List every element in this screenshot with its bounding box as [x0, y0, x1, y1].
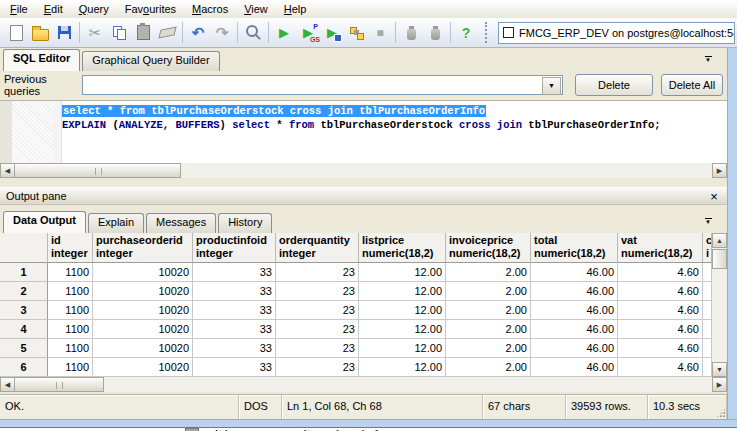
- delete-all-button[interactable]: Delete All: [661, 74, 723, 96]
- cell[interactable]: 12.00: [359, 301, 446, 320]
- open-file-button[interactable]: [28, 21, 52, 45]
- help-button[interactable]: ?: [454, 21, 478, 45]
- cell[interactable]: 23: [276, 301, 359, 320]
- cell[interactable]: [703, 320, 712, 339]
- cell[interactable]: 1100: [48, 301, 93, 320]
- paste-button[interactable]: [131, 21, 155, 45]
- output-tab-history[interactable]: History: [218, 213, 272, 233]
- cell[interactable]: 4.60: [618, 263, 703, 282]
- cell[interactable]: 33: [193, 339, 276, 358]
- cell[interactable]: 23: [276, 282, 359, 301]
- grid-corner[interactable]: [0, 233, 48, 263]
- cell[interactable]: 46.00: [531, 301, 618, 320]
- cell[interactable]: 23: [276, 263, 359, 282]
- explain-query-button[interactable]: [344, 21, 368, 45]
- cell[interactable]: [703, 339, 712, 358]
- cell[interactable]: 33: [193, 282, 276, 301]
- new-file-button[interactable]: [4, 21, 28, 45]
- row-number[interactable]: 4: [0, 320, 48, 339]
- cell[interactable]: [703, 301, 712, 320]
- row-number[interactable]: 5: [0, 339, 48, 358]
- toolbar-grip-icon[interactable]: [485, 22, 491, 43]
- scroll-thumb[interactable]: [14, 377, 104, 392]
- delete-button[interactable]: Delete: [575, 74, 653, 96]
- cell[interactable]: 33: [193, 301, 276, 320]
- cell[interactable]: 2.00: [446, 339, 531, 358]
- connection-combobox[interactable]: FMCG_ERP_DEV on postgres@localhost:5432: [498, 22, 735, 44]
- editor-horizontal-scrollbar[interactable]: ◀▶: [0, 163, 727, 178]
- cell[interactable]: 4.60: [618, 282, 703, 301]
- cancel-query-button[interactable]: ■: [368, 21, 392, 45]
- cell[interactable]: 4.60: [618, 339, 703, 358]
- execute-pgscript-button[interactable]: ▶PGS: [296, 21, 320, 45]
- cell[interactable]: [703, 358, 712, 377]
- column-header-total[interactable]: totalnumeric(18,2): [531, 233, 618, 263]
- favourite-manage-button[interactable]: [423, 21, 447, 45]
- save-button[interactable]: [52, 21, 76, 45]
- cell[interactable]: 4.60: [618, 358, 703, 377]
- cell[interactable]: 1100: [48, 282, 93, 301]
- cell[interactable]: 46.00: [531, 358, 618, 377]
- output-tab-messages[interactable]: Messages: [146, 213, 216, 233]
- output-tab-data-output[interactable]: Data Output: [3, 211, 86, 233]
- cell[interactable]: 46.00: [531, 282, 618, 301]
- menu-file[interactable]: File: [2, 2, 36, 16]
- cell[interactable]: 46.00: [531, 339, 618, 358]
- output-tab-explain[interactable]: Explain: [88, 213, 144, 233]
- execute-to-file-button[interactable]: ▶: [320, 21, 344, 45]
- redo-button[interactable]: ↷: [210, 21, 234, 45]
- grid-vertical-scrollbar[interactable]: ▲▼: [712, 233, 727, 377]
- cell[interactable]: 1100: [48, 339, 93, 358]
- column-header-id[interactable]: idinteger: [48, 233, 93, 263]
- row-number[interactable]: 6: [0, 358, 48, 377]
- cell[interactable]: 12.00: [359, 339, 446, 358]
- cell[interactable]: 12.00: [359, 263, 446, 282]
- scroll-right-icon[interactable]: ▶: [712, 163, 727, 178]
- output-tab-overflow-button[interactable]: ▼: [701, 216, 715, 227]
- menu-help[interactable]: Help: [276, 2, 315, 16]
- cell[interactable]: [703, 282, 712, 301]
- undo-button[interactable]: ↶: [186, 21, 210, 45]
- column-header-vat[interactable]: vatnumeric(18,2): [618, 233, 703, 263]
- scroll-right-icon[interactable]: ▶: [712, 377, 727, 392]
- cell[interactable]: 1100: [48, 358, 93, 377]
- scroll-down-icon[interactable]: ▼: [712, 362, 727, 377]
- cell[interactable]: 10020: [93, 282, 193, 301]
- scroll-up-icon[interactable]: ▲: [712, 233, 727, 248]
- cell[interactable]: 33: [193, 358, 276, 377]
- menu-query[interactable]: Query: [71, 2, 117, 16]
- cell[interactable]: 23: [276, 320, 359, 339]
- menu-macros[interactable]: Macros: [184, 2, 236, 16]
- column-header-orderquantity[interactable]: orderquantityinteger: [276, 233, 359, 263]
- scroll-thumb[interactable]: [712, 249, 727, 269]
- menu-view[interactable]: View: [236, 2, 276, 16]
- cell[interactable]: 10020: [93, 263, 193, 282]
- cell[interactable]: 10020: [93, 320, 193, 339]
- scroll-left-icon[interactable]: ◀: [0, 163, 15, 178]
- cell[interactable]: 46.00: [531, 320, 618, 339]
- cell[interactable]: 12.00: [359, 358, 446, 377]
- tab-overflow-button[interactable]: ▼: [701, 54, 715, 65]
- cell[interactable]: 4.60: [618, 320, 703, 339]
- close-icon[interactable]: ×: [707, 190, 721, 203]
- grid-horizontal-scrollbar[interactable]: ◀▶: [0, 377, 727, 392]
- cell[interactable]: 4.60: [618, 301, 703, 320]
- scroll-thumb[interactable]: [14, 163, 181, 178]
- cell[interactable]: 12.00: [359, 320, 446, 339]
- cell[interactable]: 2.00: [446, 282, 531, 301]
- cell[interactable]: 10020: [93, 301, 193, 320]
- cell[interactable]: 2.00: [446, 358, 531, 377]
- cell[interactable]: 10020: [93, 339, 193, 358]
- cut-button[interactable]: ✂: [83, 21, 107, 45]
- column-header-productinfoid[interactable]: productinfoidinteger: [193, 233, 276, 263]
- clear-window-button[interactable]: [155, 21, 179, 45]
- row-number[interactable]: 1: [0, 263, 48, 282]
- cell[interactable]: [703, 263, 712, 282]
- cell[interactable]: 2.00: [446, 301, 531, 320]
- row-number[interactable]: 2: [0, 282, 48, 301]
- cell[interactable]: 10020: [93, 358, 193, 377]
- column-header-purchaseorderid[interactable]: purchaseorderidinteger: [93, 233, 193, 263]
- sql-text[interactable]: select * from tblPurchaseOrderstock cros…: [62, 104, 661, 132]
- cell[interactable]: 23: [276, 358, 359, 377]
- cell[interactable]: 33: [193, 263, 276, 282]
